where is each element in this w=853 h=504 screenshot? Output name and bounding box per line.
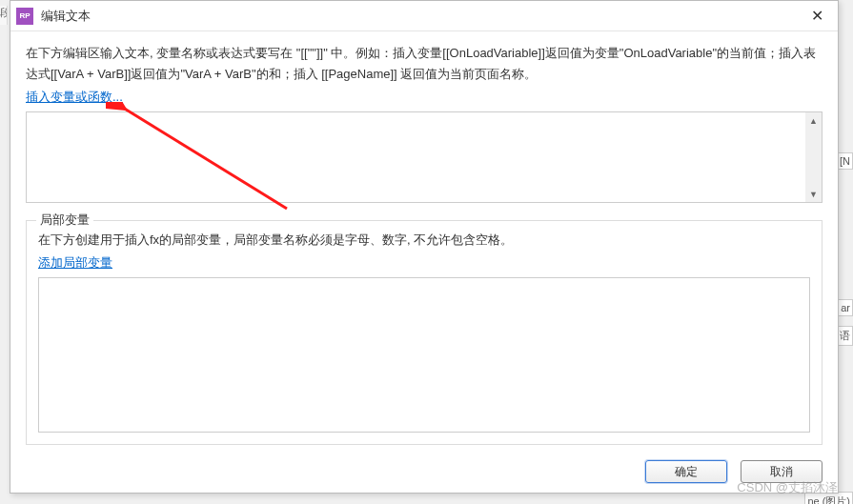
dialog-buttons: 确定 取消 [10, 453, 838, 493]
background-fragment-r3: 语 [837, 326, 853, 346]
local-variables-list[interactable] [38, 277, 810, 433]
scrollbar[interactable]: ▲ ▼ [805, 112, 822, 202]
background-fragment-left: 段 [0, 6, 8, 25]
ok-button[interactable]: 确定 [645, 460, 727, 483]
dialog-content: 在下方编辑区输入文本, 变量名称或表达式要写在 "[[""]]" 中。例如：插入… [10, 31, 838, 453]
add-local-variable-link[interactable]: 添加局部变量 [38, 254, 810, 272]
app-icon: RP [16, 8, 33, 25]
close-button[interactable]: ✕ [796, 2, 838, 30]
local-variables-legend: 局部变量 [36, 212, 93, 229]
window-title: 编辑文本 [41, 8, 796, 25]
description-text: 在下方编辑区输入文本, 变量名称或表达式要写在 "[[""]]" 中。例如：插入… [26, 43, 823, 85]
scroll-up-icon[interactable]: ▲ [805, 112, 822, 129]
background-fragment-r2: ar [838, 299, 853, 316]
local-variables-fieldset: 局部变量 在下方创建用于插入fx的局部变量，局部变量名称必须是字母、数字, 不允… [26, 220, 823, 445]
titlebar: RP 编辑文本 ✕ [10, 1, 838, 31]
background-fragment-r1: [N [837, 152, 853, 170]
expression-textarea[interactable]: ▲ ▼ [26, 111, 823, 203]
insert-variable-link[interactable]: 插入变量或函数... [26, 90, 123, 104]
scroll-down-icon[interactable]: ▼ [805, 186, 822, 202]
close-icon: ✕ [811, 7, 823, 25]
edit-text-dialog: RP 编辑文本 ✕ 在下方编辑区输入文本, 变量名称或表达式要写在 "[[""]… [10, 0, 839, 494]
cancel-button[interactable]: 取消 [741, 460, 823, 483]
local-variables-desc: 在下方创建用于插入fx的局部变量，局部变量名称必须是字母、数字, 不允许包含空格… [38, 231, 810, 251]
